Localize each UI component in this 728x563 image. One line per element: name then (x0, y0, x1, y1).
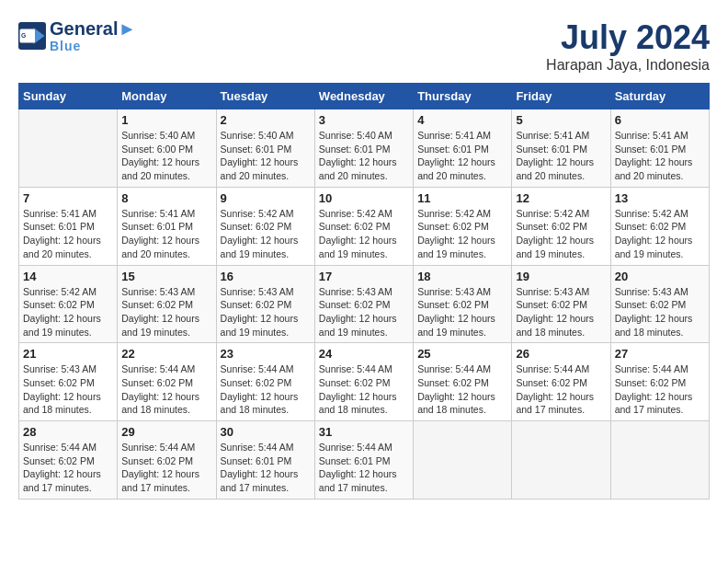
day-info: Sunrise: 5:44 AMSunset: 6:02 PMDaylight:… (417, 362, 507, 417)
calendar-cell: 10Sunrise: 5:42 AMSunset: 6:02 PMDayligh… (314, 187, 413, 265)
day-number: 30 (221, 425, 311, 439)
day-info: Sunrise: 5:43 AMSunset: 6:02 PMDaylight:… (417, 285, 507, 339)
day-number: 15 (121, 270, 211, 283)
day-number: 6 (615, 113, 705, 127)
day-number: 8 (121, 191, 211, 205)
day-info: Sunrise: 5:41 AMSunset: 6:01 PMDaylight:… (615, 129, 705, 183)
calendar-cell: 20Sunrise: 5:43 AMSunset: 6:02 PMDayligh… (610, 265, 709, 343)
calendar-week-row: 7Sunrise: 5:41 AMSunset: 6:01 PMDaylight… (19, 187, 710, 265)
calendar-cell: 6Sunrise: 5:41 AMSunset: 6:01 PMDaylight… (610, 109, 709, 188)
day-number: 10 (319, 191, 409, 205)
day-number: 21 (23, 347, 113, 361)
calendar-cell: 13Sunrise: 5:42 AMSunset: 6:02 PMDayligh… (610, 187, 709, 265)
calendar-cell: 4Sunrise: 5:41 AMSunset: 6:01 PMDaylight… (414, 109, 512, 188)
calendar-cell: 27Sunrise: 5:44 AMSunset: 6:02 PMDayligh… (610, 343, 709, 421)
day-info: Sunrise: 5:44 AMSunset: 6:02 PMDaylight:… (221, 362, 311, 417)
calendar-cell: 15Sunrise: 5:43 AMSunset: 6:02 PMDayligh… (118, 265, 216, 343)
calendar-cell: 17Sunrise: 5:43 AMSunset: 6:02 PMDayligh… (314, 265, 413, 343)
weekday-header-row: SundayMondayTuesdayWednesdayThursdayFrid… (19, 84, 710, 109)
day-number: 24 (319, 347, 409, 361)
day-number: 28 (23, 425, 113, 439)
day-number: 12 (516, 191, 606, 205)
day-number: 18 (417, 270, 507, 283)
weekday-header-cell: Wednesday (314, 84, 413, 109)
day-info: Sunrise: 5:41 AMSunset: 6:01 PMDaylight:… (121, 207, 211, 261)
day-info: Sunrise: 5:40 AMSunset: 6:01 PMDaylight:… (221, 129, 311, 183)
title-section: July 2024 Harapan Jaya, Indonesia (546, 18, 710, 74)
day-number: 20 (615, 270, 705, 283)
calendar-cell: 23Sunrise: 5:44 AMSunset: 6:02 PMDayligh… (216, 343, 314, 421)
day-number: 23 (221, 347, 311, 361)
day-number: 22 (121, 347, 211, 361)
calendar-cell: 25Sunrise: 5:44 AMSunset: 6:02 PMDayligh… (414, 343, 512, 421)
calendar-cell: 12Sunrise: 5:42 AMSunset: 6:02 PMDayligh… (512, 187, 610, 265)
day-number: 25 (417, 347, 507, 361)
calendar-cell: 26Sunrise: 5:44 AMSunset: 6:02 PMDayligh… (512, 343, 610, 421)
day-number: 13 (615, 191, 705, 205)
day-info: Sunrise: 5:43 AMSunset: 6:02 PMDaylight:… (615, 285, 705, 339)
day-number: 5 (516, 113, 606, 127)
calendar-cell: 29Sunrise: 5:44 AMSunset: 6:02 PMDayligh… (118, 421, 216, 500)
day-info: Sunrise: 5:43 AMSunset: 6:02 PMDaylight:… (319, 285, 409, 339)
day-number: 26 (516, 347, 606, 361)
weekday-header-cell: Sunday (19, 84, 118, 109)
day-info: Sunrise: 5:44 AMSunset: 6:02 PMDaylight:… (615, 362, 705, 417)
calendar-cell (512, 421, 610, 500)
day-number: 1 (121, 113, 211, 127)
page-header: G General► Blue July 2024 Harapan Jaya, … (18, 18, 710, 74)
calendar-cell: 28Sunrise: 5:44 AMSunset: 6:02 PMDayligh… (19, 421, 118, 500)
day-number: 27 (615, 347, 705, 361)
day-info: Sunrise: 5:43 AMSunset: 6:02 PMDaylight:… (23, 362, 113, 417)
day-number: 9 (221, 191, 311, 205)
day-info: Sunrise: 5:44 AMSunset: 6:02 PMDaylight:… (516, 362, 606, 417)
day-info: Sunrise: 5:42 AMSunset: 6:02 PMDaylight:… (615, 207, 705, 261)
day-number: 29 (121, 425, 211, 439)
day-info: Sunrise: 5:44 AMSunset: 6:01 PMDaylight:… (221, 441, 311, 495)
day-info: Sunrise: 5:44 AMSunset: 6:02 PMDaylight:… (121, 362, 211, 417)
calendar-cell: 30Sunrise: 5:44 AMSunset: 6:01 PMDayligh… (216, 421, 314, 500)
day-number: 7 (23, 191, 113, 205)
calendar-cell: 24Sunrise: 5:44 AMSunset: 6:02 PMDayligh… (314, 343, 413, 421)
day-number: 19 (516, 270, 606, 283)
logo-icon: G (18, 22, 46, 50)
day-info: Sunrise: 5:43 AMSunset: 6:02 PMDaylight:… (221, 285, 311, 339)
day-info: Sunrise: 5:42 AMSunset: 6:02 PMDaylight:… (417, 207, 507, 261)
calendar-cell: 11Sunrise: 5:42 AMSunset: 6:02 PMDayligh… (414, 187, 512, 265)
calendar-week-row: 1Sunrise: 5:40 AMSunset: 6:00 PMDaylight… (19, 109, 710, 188)
calendar-cell: 9Sunrise: 5:42 AMSunset: 6:02 PMDaylight… (216, 187, 314, 265)
calendar-cell: 22Sunrise: 5:44 AMSunset: 6:02 PMDayligh… (118, 343, 216, 421)
calendar-cell: 31Sunrise: 5:44 AMSunset: 6:01 PMDayligh… (314, 421, 413, 500)
calendar-cell: 14Sunrise: 5:42 AMSunset: 6:02 PMDayligh… (19, 265, 118, 343)
calendar-table: SundayMondayTuesdayWednesdayThursdayFrid… (18, 83, 710, 500)
location: Harapan Jaya, Indonesia (546, 57, 710, 74)
day-number: 17 (319, 270, 409, 283)
day-info: Sunrise: 5:40 AMSunset: 6:00 PMDaylight:… (121, 129, 211, 183)
calendar-week-row: 21Sunrise: 5:43 AMSunset: 6:02 PMDayligh… (19, 343, 710, 421)
logo: G General► Blue (18, 18, 136, 53)
day-info: Sunrise: 5:44 AMSunset: 6:02 PMDaylight:… (121, 441, 211, 495)
calendar-cell: 7Sunrise: 5:41 AMSunset: 6:01 PMDaylight… (19, 187, 118, 265)
day-info: Sunrise: 5:44 AMSunset: 6:02 PMDaylight:… (23, 441, 113, 495)
weekday-header-cell: Friday (512, 84, 610, 109)
day-number: 16 (221, 270, 311, 283)
day-info: Sunrise: 5:40 AMSunset: 6:01 PMDaylight:… (319, 129, 409, 183)
day-number: 11 (417, 191, 507, 205)
calendar-cell (19, 109, 118, 188)
day-number: 31 (319, 425, 409, 439)
day-info: Sunrise: 5:42 AMSunset: 6:02 PMDaylight:… (23, 285, 113, 339)
calendar-cell: 16Sunrise: 5:43 AMSunset: 6:02 PMDayligh… (216, 265, 314, 343)
day-info: Sunrise: 5:41 AMSunset: 6:01 PMDaylight:… (23, 207, 113, 261)
day-info: Sunrise: 5:41 AMSunset: 6:01 PMDaylight:… (516, 129, 606, 183)
calendar-cell: 21Sunrise: 5:43 AMSunset: 6:02 PMDayligh… (19, 343, 118, 421)
month-title: July 2024 (546, 18, 710, 57)
weekday-header-cell: Thursday (414, 84, 512, 109)
calendar-body: 1Sunrise: 5:40 AMSunset: 6:00 PMDaylight… (19, 109, 710, 500)
calendar-cell: 2Sunrise: 5:40 AMSunset: 6:01 PMDaylight… (216, 109, 314, 188)
calendar-cell: 1Sunrise: 5:40 AMSunset: 6:00 PMDaylight… (118, 109, 216, 188)
calendar-week-row: 14Sunrise: 5:42 AMSunset: 6:02 PMDayligh… (19, 265, 710, 343)
calendar-cell (610, 421, 709, 500)
calendar-cell: 18Sunrise: 5:43 AMSunset: 6:02 PMDayligh… (414, 265, 512, 343)
day-info: Sunrise: 5:42 AMSunset: 6:02 PMDaylight:… (516, 207, 606, 261)
calendar-cell: 5Sunrise: 5:41 AMSunset: 6:01 PMDaylight… (512, 109, 610, 188)
day-info: Sunrise: 5:41 AMSunset: 6:01 PMDaylight:… (417, 129, 507, 183)
